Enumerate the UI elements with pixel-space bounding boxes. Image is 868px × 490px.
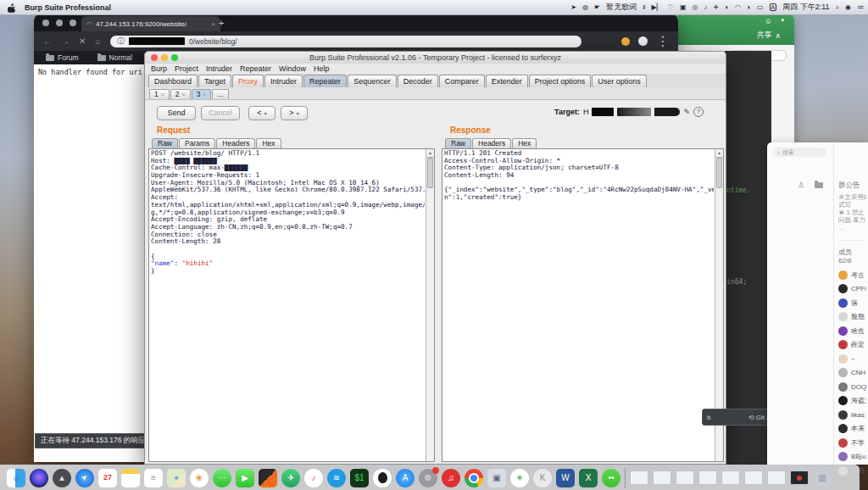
dropdown-icon[interactable]: ▾ bbox=[781, 17, 784, 24]
repeater-tab-1[interactable]: 1× bbox=[149, 89, 170, 99]
next-track-icon[interactable]: ▶▏ bbox=[652, 4, 662, 11]
request-tab-hex[interactable]: Hex bbox=[256, 138, 281, 148]
scrollbar-thumb[interactable] bbox=[427, 158, 433, 188]
window-zoom-button[interactable] bbox=[70, 19, 76, 26]
dock-launchpad[interactable]: ▲ bbox=[53, 469, 71, 487]
minimized-window[interactable] bbox=[698, 471, 717, 485]
dock-burp-suite[interactable] bbox=[259, 469, 277, 487]
menu-item[interactable]: Window bbox=[279, 64, 306, 73]
bookmark-folder[interactable]: Forum bbox=[46, 53, 79, 62]
海盗大[interactable]: 海盗大 bbox=[838, 394, 866, 409]
scroll-up-arrow[interactable]: ▲ bbox=[426, 149, 434, 158]
dock-qq[interactable] bbox=[373, 469, 392, 487]
minimized-window[interactable] bbox=[767, 471, 786, 485]
response-tab-raw[interactable]: Raw bbox=[445, 138, 471, 148]
tab-intruder[interactable]: Intruder bbox=[264, 75, 303, 87]
chat-app-icon[interactable]: ◍ bbox=[582, 4, 588, 11]
burp-titlebar[interactable]: Burp Suite Professional v2.1.06 - Tempor… bbox=[145, 52, 726, 64]
battery-icon[interactable]: ▭ bbox=[757, 4, 764, 11]
bell-icon[interactable]: ♪ bbox=[704, 4, 708, 11]
request-editor[interactable]: POST /website/blog/ HTTP/1.1Host: ████ █… bbox=[148, 148, 435, 462]
back-button[interactable]: ← bbox=[43, 36, 52, 46]
tab-decoder[interactable]: Decoder bbox=[398, 75, 438, 87]
minimized-window[interactable] bbox=[790, 471, 809, 485]
scroll-up-arrow[interactable]: ▲ bbox=[715, 149, 723, 158]
dock-trash[interactable]: ▥ bbox=[813, 469, 832, 487]
minimized-window[interactable] bbox=[721, 471, 740, 485]
share-button[interactable]: 共享 ∧ bbox=[756, 30, 781, 41]
menu-item[interactable]: Help bbox=[314, 64, 330, 73]
dock-finder[interactable]: ☺ bbox=[7, 469, 25, 487]
group-announcement-title[interactable]: 群公告 bbox=[838, 181, 866, 191]
啥也[interactable]: 啥也 bbox=[838, 324, 866, 338]
dock-terminal[interactable]: $1 bbox=[350, 469, 369, 487]
dock-photos[interactable]: ❀ bbox=[190, 469, 209, 487]
dock-paper-plane-app[interactable]: ✈ bbox=[281, 469, 300, 487]
menu-item[interactable]: Repeater bbox=[240, 64, 271, 73]
help-icon[interactable]: ? bbox=[693, 107, 704, 117]
response-viewer[interactable]: HTTP/1.1 201 CreatedAccess-Control-Allow… bbox=[442, 148, 724, 462]
shield-icon[interactable]: ▣ bbox=[680, 4, 687, 11]
response-tab-headers[interactable]: Headers bbox=[472, 138, 511, 148]
~[interactable]: ~ bbox=[838, 352, 866, 366]
dock-excel[interactable]: X bbox=[579, 469, 598, 487]
minimized-window[interactable] bbox=[744, 471, 763, 485]
telegram-icon[interactable]: ✈ bbox=[714, 4, 720, 11]
window-close-button[interactable] bbox=[42, 19, 49, 26]
dock-reminders[interactable]: ≡ bbox=[144, 469, 163, 487]
chrome-menu-icon[interactable]: ⋮ bbox=[656, 33, 670, 49]
dock-wechat[interactable]: •• bbox=[602, 469, 620, 487]
menu-item[interactable]: Project bbox=[175, 64, 198, 73]
dock-green-app[interactable]: ✳ bbox=[510, 469, 529, 487]
B站u[interactable]: B站u bbox=[838, 450, 866, 465]
CNH[interactable]: CNH bbox=[838, 366, 866, 381]
tab-sequencer[interactable]: Sequencer bbox=[348, 75, 397, 87]
dock-keychain-access[interactable]: K bbox=[533, 469, 552, 487]
dock-system-preferences[interactable]: ⚙ bbox=[419, 469, 437, 487]
dock-docker[interactable]: ≋ bbox=[327, 469, 346, 487]
CPFC[interactable]: CPFC bbox=[838, 282, 866, 297]
dock-preview[interactable]: ▣ bbox=[487, 469, 506, 487]
dock-safari[interactable]: ➤ bbox=[75, 469, 94, 487]
minimized-window[interactable] bbox=[676, 471, 694, 485]
lyrics-status[interactable]: 暂无歌词 bbox=[606, 2, 637, 13]
browser-tab[interactable]: ◠ 47.244.153.176:9200/website/ × bbox=[81, 16, 220, 31]
脸憨[interactable]: 脸憨 bbox=[838, 310, 866, 325]
send-button[interactable]: Send bbox=[157, 106, 196, 120]
request-scrollbar[interactable]: ▲ bbox=[426, 149, 434, 461]
member-icon[interactable]: ♙ bbox=[798, 181, 804, 189]
本来[interactable]: 本来 bbox=[838, 422, 866, 437]
qq-search-field[interactable]: ⌕ 搜索 bbox=[773, 148, 826, 157]
moon-icon[interactable]: ◐ bbox=[725, 4, 729, 11]
request-tab-raw[interactable]: Raw bbox=[152, 138, 178, 148]
tab-project-options[interactable]: Project options bbox=[529, 75, 592, 87]
repeater-tab-more[interactable]: ... bbox=[212, 89, 228, 99]
薛定[interactable]: 薛定 bbox=[838, 338, 866, 353]
repeater-tab-3[interactable]: 3× bbox=[192, 89, 212, 99]
tab-close-icon[interactable]: × bbox=[211, 20, 215, 28]
dock-netease-music[interactable]: ♫ bbox=[442, 469, 460, 487]
smiley-icon[interactable]: ☺ bbox=[765, 17, 772, 25]
考古[interactable]: 考古 bbox=[838, 268, 866, 282]
dock-notes[interactable] bbox=[121, 469, 140, 487]
close-tab-icon[interactable]: × bbox=[161, 91, 164, 98]
edit-target-icon[interactable]: ✎ bbox=[683, 108, 690, 116]
cancel-button[interactable]: Cancel bbox=[201, 106, 240, 120]
repeater-tab-2[interactable]: 2× bbox=[170, 89, 191, 99]
tab-extender[interactable]: Extender bbox=[486, 75, 528, 87]
group-files-icon[interactable] bbox=[815, 182, 823, 188]
active-app-name[interactable]: Burp Suite Professional bbox=[25, 3, 111, 12]
notification-center-icon[interactable]: ≔ bbox=[857, 4, 864, 11]
hand-app-icon[interactable]: ☛ bbox=[594, 4, 600, 11]
forward-button[interactable]: → bbox=[61, 36, 70, 46]
tab-comparer[interactable]: Comparer bbox=[439, 75, 485, 87]
stop-button[interactable]: ✕ bbox=[79, 36, 86, 46]
apple-menu-icon[interactable] bbox=[8, 3, 16, 13]
minimized-window[interactable] bbox=[653, 471, 671, 485]
new-tab-button[interactable]: + bbox=[219, 18, 224, 28]
site-info-icon[interactable]: ⓘ bbox=[117, 36, 125, 47]
tab-target[interactable]: Target bbox=[198, 75, 231, 87]
password-key-icon[interactable] bbox=[621, 37, 630, 46]
dock-app-store[interactable]: A bbox=[396, 469, 415, 487]
siri-icon[interactable]: ◉ bbox=[845, 4, 851, 11]
